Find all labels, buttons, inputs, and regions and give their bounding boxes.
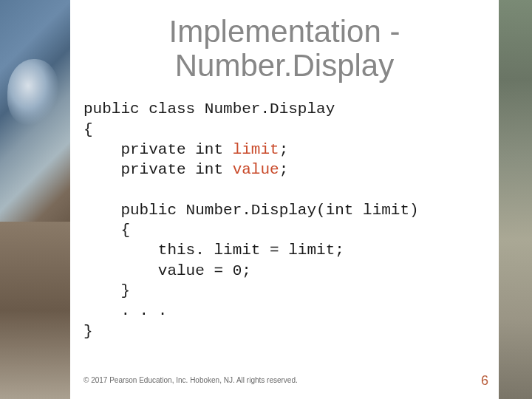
code-line: public Number.Display(int limit) [83,202,419,219]
code-line: private int [83,161,233,178]
background-left-photo [0,0,70,399]
background-right-photo [499,0,532,399]
copyright-footer: © 2017 Pearson Education, Inc. Hoboken, … [83,376,298,384]
title-line-2: Number.Display [175,48,394,83]
code-line: } [83,282,130,299]
code-line: ; [279,161,289,178]
code-line: value = 0; [83,262,251,279]
slide-title: Implementation - Number.Display [70,15,499,83]
page-number: 6 [481,373,488,389]
title-line-1: Implementation - [169,14,400,49]
code-line: this. limit = limit; [83,242,344,259]
code-line: ; [279,141,289,158]
code-line: . . . [83,302,167,319]
code-line: public class Number.Display [83,100,335,117]
code-field-value: value [233,161,279,178]
code-block: public class Number.Display { private in… [70,99,499,341]
code-line: { [83,121,93,138]
code-line: } [83,323,93,340]
slide-content: Implementation - Number.Display public c… [70,0,499,399]
code-field-limit: limit [233,141,279,158]
code-line: private int [83,141,233,158]
code-line: { [83,222,130,239]
